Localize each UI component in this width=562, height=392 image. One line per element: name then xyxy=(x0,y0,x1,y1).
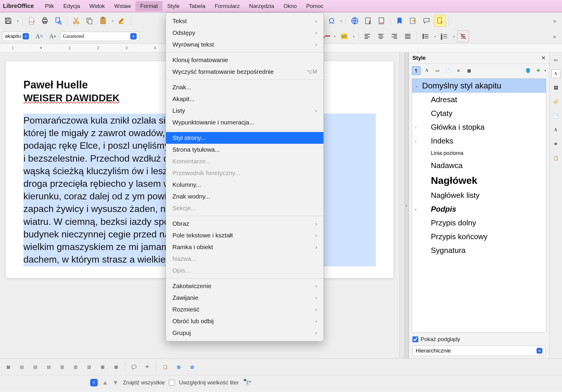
char-highlight-icon[interactable]: ab xyxy=(338,30,350,42)
align-center-icon[interactable] xyxy=(375,30,387,42)
style-item-linia-pozioma[interactable]: Linia pozioma xyxy=(412,148,546,159)
expander-icon[interactable]: › xyxy=(415,139,417,143)
style-item-nadawca[interactable]: Nadawca xyxy=(412,159,546,172)
menu-item-znak[interactable]: Znak... xyxy=(166,81,323,93)
sidebar-tab-check-icon[interactable]: 📋 xyxy=(551,154,560,162)
bookmark-icon[interactable] xyxy=(394,15,405,27)
chevron-updown-icon[interactable]: ⇅ xyxy=(537,348,542,354)
paste-icon[interactable] xyxy=(97,15,109,27)
list-styles-icon[interactable]: ≡ xyxy=(454,66,463,75)
paragraph-style-combo[interactable]: akapitu ▾ xyxy=(2,32,32,41)
special-char-dropdown[interactable]: ▾ xyxy=(339,19,343,23)
style-item-nag-wek-listy[interactable]: Nagłówek listy xyxy=(412,189,546,202)
find-replace-icon[interactable]: 🔭 xyxy=(243,379,252,387)
print-icon[interactable] xyxy=(39,15,51,27)
menu-tabela[interactable]: Tabela xyxy=(184,1,210,11)
style-item-domy-lny-styl-akapitu[interactable]: ⌄Domyślny styl akapitu xyxy=(412,79,546,93)
menu-plik[interactable]: Plik xyxy=(40,1,59,11)
col-left-icon[interactable]: ▥ xyxy=(56,361,68,373)
merge-cells-icon[interactable]: ▦ xyxy=(97,361,108,373)
menu-style[interactable]: Style xyxy=(162,1,184,11)
menu-item-strona-tytu-owa[interactable]: Strona tytułowa... xyxy=(166,144,323,155)
menu-item-ramka-i-obiekt[interactable]: Ramka i obiekt› xyxy=(166,241,323,253)
fill-format-icon[interactable]: 🪣 xyxy=(523,66,532,75)
style-item-nag-wek[interactable]: Nagłówek xyxy=(412,172,546,189)
paragraph-styles-icon[interactable]: ¶ xyxy=(412,66,421,75)
menu-item-obr-lub-odbij[interactable]: Obróć lub odbij› xyxy=(166,315,323,327)
cross-ref-icon[interactable] xyxy=(407,15,419,27)
menu-item-wyczy-formatowanie-bezpo-rednie[interactable]: Wyczyść formatowanie bezpośrednie⌥M xyxy=(166,66,323,78)
sidebar-tab-styles-icon[interactable]: A xyxy=(551,69,560,78)
menu-item-wypunktowanie-i-numeracja[interactable]: Wypunktowanie i numeracja... xyxy=(166,117,323,128)
find-all-button[interactable]: Znajdź wszystkie xyxy=(123,379,165,386)
menu-item-grupuj[interactable]: Grupuj› xyxy=(166,327,323,339)
style-item-adresat[interactable]: Adresat xyxy=(412,93,546,107)
sidebar-tab-gallery-icon[interactable]: 🖼 xyxy=(551,83,560,92)
find-next-icon[interactable]: ▼ xyxy=(112,379,119,386)
show-previews-input[interactable] xyxy=(412,336,418,342)
align-justify-icon[interactable] xyxy=(402,30,414,42)
menu-item-zawijanie[interactable]: Zawijanie› xyxy=(166,292,323,304)
row-above-icon[interactable]: ▤ xyxy=(16,361,28,373)
track-compare-icon[interactable]: ▦ xyxy=(186,361,198,373)
sidebar-tab-inspector-icon[interactable]: A xyxy=(551,126,560,134)
font-name-combo[interactable]: Garamond ▾ xyxy=(60,32,139,41)
hyperlink-icon[interactable] xyxy=(349,15,361,27)
endnote-icon[interactable] xyxy=(376,15,388,27)
find-dropdown-icon[interactable]: ▾ xyxy=(90,379,98,386)
copy-icon[interactable] xyxy=(84,15,95,27)
style-item-cytaty[interactable]: Cytaty xyxy=(412,107,546,120)
number-list-dropdown[interactable]: ▾ xyxy=(452,35,455,38)
print-preview-icon[interactable] xyxy=(52,15,64,27)
find-prev-icon[interactable]: ▲ xyxy=(102,379,108,386)
font-color-dropdown[interactable]: ▾ xyxy=(333,35,337,38)
style-item-indeks[interactable]: ›Indeks xyxy=(412,134,546,148)
chevron-down-icon[interactable]: ▾ xyxy=(544,69,546,73)
character-styles-icon[interactable]: A xyxy=(422,66,431,75)
menu-item-wyr-wnaj-tekst[interactable]: Wyrównaj tekst› xyxy=(166,39,323,50)
sidebar-collapse-handle[interactable]: ▸ xyxy=(405,52,409,358)
style-item-g-wka-i-stopka[interactable]: ›Główka i stopka xyxy=(412,120,546,134)
menu-format[interactable]: Format xyxy=(136,1,162,11)
style-item-podpis[interactable]: ›Podpis xyxy=(412,202,546,216)
sidebar-tab-changes-icon[interactable]: 👁 xyxy=(551,140,560,148)
styles-list[interactable]: ⌄Domyślny styl akapituAdresatCytaty›Głów… xyxy=(412,78,546,333)
cut-icon[interactable] xyxy=(70,15,82,27)
track-manage-icon[interactable]: ▦ xyxy=(173,361,184,373)
menu-item-pole-tekstowe-i-kszta-t[interactable]: Pole tekstowe i kształt› xyxy=(166,230,323,241)
bullet-list-icon[interactable] xyxy=(420,30,431,42)
show-previews-checkbox[interactable]: Pokaż podglądy xyxy=(412,336,546,343)
clone-format-icon[interactable] xyxy=(116,15,128,27)
toolbar-overflow-icon[interactable]: » xyxy=(550,33,560,40)
bullet-list-dropdown[interactable]: ▾ xyxy=(433,35,437,38)
track-show-icon[interactable]: 👁 xyxy=(141,361,153,373)
char-highlight-dropdown[interactable]: ▾ xyxy=(352,35,355,38)
toolbar-overflow-icon[interactable]: » xyxy=(550,18,560,24)
menu-item-kolumny[interactable]: Kolumny... xyxy=(166,179,323,191)
chevron-down-icon[interactable]: ▾ xyxy=(23,33,29,40)
menu-formularz[interactable]: Formularz xyxy=(210,1,244,11)
save-dropdown[interactable]: ▾ xyxy=(16,19,19,23)
style-item-przypis-dolny[interactable]: Przypis dolny xyxy=(412,216,546,230)
track-changes-icon[interactable] xyxy=(434,15,446,27)
menu-item-odst-py[interactable]: Odstępy› xyxy=(166,27,323,39)
col-right-icon[interactable]: ▥ xyxy=(70,361,81,373)
export-pdf-icon[interactable]: PDF xyxy=(25,15,37,27)
paste-dropdown[interactable]: ▾ xyxy=(111,19,114,23)
menu-narzedzia[interactable]: Narzędzia xyxy=(244,1,279,11)
comment-icon[interactable] xyxy=(421,15,432,27)
row-delete-icon[interactable]: ▤ xyxy=(43,361,54,373)
col-delete-icon[interactable]: ▥ xyxy=(83,361,95,373)
style-item-sygnatura[interactable]: Sygnatura xyxy=(412,244,546,257)
menu-item-klonuj-formatowanie[interactable]: Klonuj formatowanie xyxy=(166,54,323,66)
vertical-scrollbar[interactable] xyxy=(399,52,405,358)
menu-pomoc[interactable]: Pomoc xyxy=(301,1,328,11)
row-below-icon[interactable]: ▤ xyxy=(29,361,41,373)
style-item-przypis-ko-cowy[interactable]: Przypis końcowy xyxy=(412,230,546,244)
align-left-icon[interactable] xyxy=(361,30,373,42)
menu-widok[interactable]: Widok xyxy=(85,1,109,11)
sidebar-tab-navigator-icon[interactable]: 🧭 xyxy=(551,97,560,106)
styles-filter-combo[interactable]: Hierarchicznie ⇅ xyxy=(412,345,546,356)
expander-icon[interactable]: › xyxy=(415,125,417,130)
menu-item-zakotwiczenie[interactable]: Zakotwiczenie› xyxy=(166,280,323,292)
